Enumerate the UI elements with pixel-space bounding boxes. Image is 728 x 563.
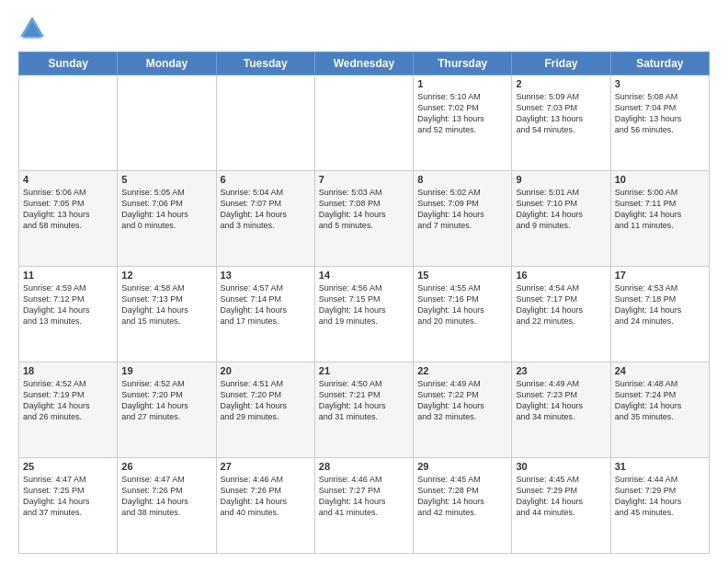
logo-icon (18, 15, 46, 42)
day-number: 2 (516, 78, 606, 89)
day-info: Sunrise: 4:48 AM Sunset: 7:24 PM Dayligh… (615, 378, 705, 423)
day-number: 3 (615, 78, 705, 89)
calendar-cell: 2Sunrise: 5:09 AM Sunset: 7:03 PM Daylig… (512, 75, 610, 171)
day-info: Sunrise: 4:44 AM Sunset: 7:29 PM Dayligh… (615, 474, 705, 519)
calendar-cell: 19Sunrise: 4:52 AM Sunset: 7:20 PM Dayli… (118, 362, 216, 458)
day-info: Sunrise: 4:52 AM Sunset: 7:20 PM Dayligh… (121, 378, 211, 423)
day-number: 22 (417, 365, 507, 376)
calendar-cell: 23Sunrise: 4:49 AM Sunset: 7:23 PM Dayli… (512, 362, 610, 458)
day-info: Sunrise: 4:54 AM Sunset: 7:17 PM Dayligh… (516, 282, 606, 327)
day-number: 7 (319, 174, 409, 185)
day-info: Sunrise: 5:10 AM Sunset: 7:02 PM Dayligh… (417, 91, 507, 136)
day-info: Sunrise: 4:56 AM Sunset: 7:15 PM Dayligh… (319, 282, 409, 327)
calendar-cell: 20Sunrise: 4:51 AM Sunset: 7:20 PM Dayli… (216, 362, 314, 458)
day-info: Sunrise: 4:46 AM Sunset: 7:26 PM Dayligh… (221, 474, 311, 519)
page-header (18, 15, 710, 42)
calendar-cell: 18Sunrise: 4:52 AM Sunset: 7:19 PM Dayli… (19, 362, 118, 458)
day-number: 4 (23, 174, 113, 185)
calendar-table: SundayMondayTuesdayWednesdayThursdayFrid… (18, 52, 710, 554)
calendar-cell: 1Sunrise: 5:10 AM Sunset: 7:02 PM Daylig… (414, 75, 512, 171)
day-info: Sunrise: 5:04 AM Sunset: 7:07 PM Dayligh… (221, 187, 311, 232)
calendar-dow-monday: Monday (118, 52, 216, 75)
calendar-cell: 16Sunrise: 4:54 AM Sunset: 7:17 PM Dayli… (512, 267, 610, 362)
day-number: 24 (615, 365, 705, 376)
calendar-cell (216, 75, 314, 171)
calendar-dow-thursday: Thursday (414, 52, 512, 75)
day-number: 18 (23, 365, 113, 376)
day-info: Sunrise: 5:09 AM Sunset: 7:03 PM Dayligh… (516, 91, 606, 136)
calendar-cell: 24Sunrise: 4:48 AM Sunset: 7:24 PM Dayli… (610, 362, 709, 458)
day-number: 1 (417, 78, 507, 89)
day-number: 15 (417, 270, 507, 281)
day-number: 26 (121, 461, 211, 472)
calendar-cell: 12Sunrise: 4:58 AM Sunset: 7:13 PM Dayli… (118, 267, 216, 362)
calendar-cell: 28Sunrise: 4:46 AM Sunset: 7:27 PM Dayli… (314, 458, 413, 554)
calendar-week-row: 25Sunrise: 4:47 AM Sunset: 7:25 PM Dayli… (19, 458, 710, 554)
calendar-cell: 13Sunrise: 4:57 AM Sunset: 7:14 PM Dayli… (216, 267, 314, 362)
calendar-cell: 10Sunrise: 5:00 AM Sunset: 7:11 PM Dayli… (610, 171, 709, 267)
day-number: 16 (516, 270, 606, 281)
day-info: Sunrise: 5:03 AM Sunset: 7:08 PM Dayligh… (319, 187, 409, 232)
calendar-cell: 31Sunrise: 4:44 AM Sunset: 7:29 PM Dayli… (610, 458, 709, 554)
day-number: 28 (319, 461, 409, 472)
day-number: 8 (417, 174, 507, 185)
calendar-cell: 3Sunrise: 5:08 AM Sunset: 7:04 PM Daylig… (610, 75, 709, 171)
calendar-cell (118, 75, 216, 171)
day-info: Sunrise: 4:51 AM Sunset: 7:20 PM Dayligh… (221, 378, 311, 423)
day-info: Sunrise: 5:06 AM Sunset: 7:05 PM Dayligh… (23, 187, 113, 232)
calendar-header-row: SundayMondayTuesdayWednesdayThursdayFrid… (19, 52, 710, 75)
day-info: Sunrise: 5:02 AM Sunset: 7:09 PM Dayligh… (417, 187, 507, 232)
calendar-dow-friday: Friday (512, 52, 610, 75)
day-number: 12 (121, 270, 211, 281)
day-number: 10 (615, 174, 705, 185)
day-number: 19 (121, 365, 211, 376)
day-number: 27 (221, 461, 311, 472)
day-info: Sunrise: 4:55 AM Sunset: 7:16 PM Dayligh… (417, 282, 507, 327)
day-number: 30 (516, 461, 606, 472)
day-info: Sunrise: 4:47 AM Sunset: 7:25 PM Dayligh… (23, 474, 113, 519)
calendar-cell: 7Sunrise: 5:03 AM Sunset: 7:08 PM Daylig… (314, 171, 413, 267)
calendar-cell: 9Sunrise: 5:01 AM Sunset: 7:10 PM Daylig… (512, 171, 610, 267)
day-number: 5 (121, 174, 211, 185)
calendar-dow-saturday: Saturday (610, 52, 709, 75)
calendar-cell: 15Sunrise: 4:55 AM Sunset: 7:16 PM Dayli… (414, 267, 512, 362)
day-number: 6 (221, 174, 311, 185)
day-info: Sunrise: 5:00 AM Sunset: 7:11 PM Dayligh… (615, 187, 705, 232)
day-info: Sunrise: 4:50 AM Sunset: 7:21 PM Dayligh… (319, 378, 409, 423)
logo (18, 15, 50, 42)
calendar-cell (19, 75, 118, 171)
calendar-cell: 8Sunrise: 5:02 AM Sunset: 7:09 PM Daylig… (414, 171, 512, 267)
calendar-cell: 11Sunrise: 4:59 AM Sunset: 7:12 PM Dayli… (19, 267, 118, 362)
day-info: Sunrise: 4:59 AM Sunset: 7:12 PM Dayligh… (23, 282, 113, 327)
day-number: 9 (516, 174, 606, 185)
calendar-week-row: 4Sunrise: 5:06 AM Sunset: 7:05 PM Daylig… (19, 171, 710, 267)
day-number: 13 (221, 270, 311, 281)
calendar-week-row: 11Sunrise: 4:59 AM Sunset: 7:12 PM Dayli… (19, 267, 710, 362)
calendar-cell: 22Sunrise: 4:49 AM Sunset: 7:22 PM Dayli… (414, 362, 512, 458)
day-info: Sunrise: 4:45 AM Sunset: 7:29 PM Dayligh… (516, 474, 606, 519)
day-number: 14 (319, 270, 409, 281)
day-number: 23 (516, 365, 606, 376)
calendar-cell: 17Sunrise: 4:53 AM Sunset: 7:18 PM Dayli… (610, 267, 709, 362)
calendar-cell: 5Sunrise: 5:05 AM Sunset: 7:06 PM Daylig… (118, 171, 216, 267)
day-info: Sunrise: 4:47 AM Sunset: 7:26 PM Dayligh… (121, 474, 211, 519)
calendar-week-row: 18Sunrise: 4:52 AM Sunset: 7:19 PM Dayli… (19, 362, 710, 458)
day-info: Sunrise: 4:58 AM Sunset: 7:13 PM Dayligh… (121, 282, 211, 327)
day-number: 20 (221, 365, 311, 376)
calendar-cell: 26Sunrise: 4:47 AM Sunset: 7:26 PM Dayli… (118, 458, 216, 554)
calendar-dow-tuesday: Tuesday (216, 52, 314, 75)
day-number: 11 (23, 270, 113, 281)
calendar-cell: 30Sunrise: 4:45 AM Sunset: 7:29 PM Dayli… (512, 458, 610, 554)
calendar-cell: 21Sunrise: 4:50 AM Sunset: 7:21 PM Dayli… (314, 362, 413, 458)
day-number: 25 (23, 461, 113, 472)
day-info: Sunrise: 4:49 AM Sunset: 7:22 PM Dayligh… (417, 378, 507, 423)
calendar-cell (314, 75, 413, 171)
day-info: Sunrise: 5:01 AM Sunset: 7:10 PM Dayligh… (516, 187, 606, 232)
day-number: 31 (615, 461, 705, 472)
calendar-cell: 25Sunrise: 4:47 AM Sunset: 7:25 PM Dayli… (19, 458, 118, 554)
calendar-cell: 27Sunrise: 4:46 AM Sunset: 7:26 PM Dayli… (216, 458, 314, 554)
calendar-cell: 6Sunrise: 5:04 AM Sunset: 7:07 PM Daylig… (216, 171, 314, 267)
day-info: Sunrise: 4:52 AM Sunset: 7:19 PM Dayligh… (23, 378, 113, 423)
day-info: Sunrise: 4:57 AM Sunset: 7:14 PM Dayligh… (221, 282, 311, 327)
day-info: Sunrise: 5:08 AM Sunset: 7:04 PM Dayligh… (615, 91, 705, 136)
